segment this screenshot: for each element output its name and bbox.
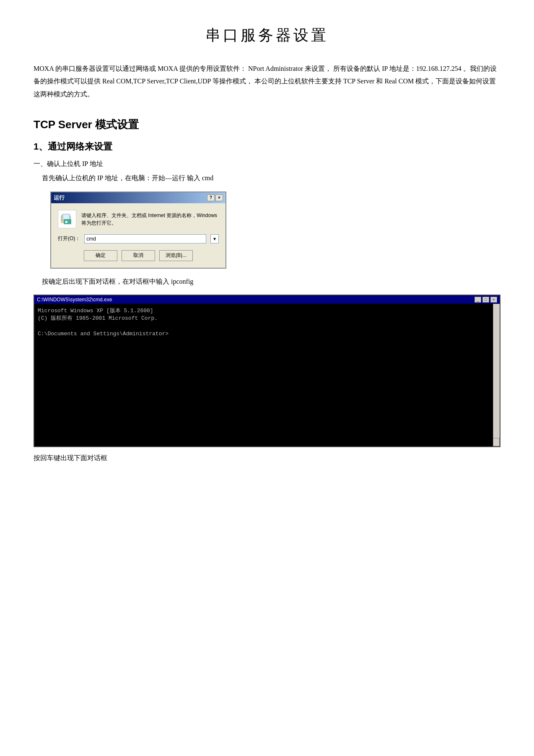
run-dialog-message: 请键入程序、文件夹、文档或 Internet 资源的名称，Windows 将为您… bbox=[81, 210, 219, 227]
cmd-line-4: C:\Documents and Settings\Administrator> bbox=[38, 330, 496, 338]
subsection1-title: 1、通过网络来设置 bbox=[34, 140, 500, 153]
run-dialog-label: 打开(O)： bbox=[58, 235, 80, 242]
page-title: 串口服务器设置 bbox=[34, 25, 500, 46]
run-dialog-message-row: ▶ 请键入程序、文件夹、文档或 Internet 资源的名称，Windows 将… bbox=[58, 210, 219, 228]
cmd-line-3 bbox=[38, 322, 496, 330]
step1-header: 一、确认上位机 IP 地址 bbox=[34, 160, 500, 168]
cmd-line-1: Microsoft Windows XP [版本 5.1.2600] bbox=[38, 307, 496, 315]
svg-text:▶: ▶ bbox=[65, 220, 68, 224]
run-dialog-ok-button[interactable]: 确定 bbox=[84, 250, 117, 261]
cmd-line-2: (C) 版权所有 1985-2001 Microsoft Corp. bbox=[38, 315, 496, 322]
intro-text: MOXA 的串口服务器设置可以通过网络或 MOXA 提供的专用设置软件： NPo… bbox=[34, 62, 500, 101]
cmd-scrollbar[interactable] bbox=[493, 304, 500, 446]
cmd-titlebar-buttons: _ □ × bbox=[474, 297, 497, 303]
cmd-window: C:\WINDOWS\system32\cmd.exe _ □ × Micros… bbox=[34, 295, 500, 447]
section1-title: TCP Server 模式设置 bbox=[34, 117, 500, 132]
cmd-scrollbar-thumb[interactable] bbox=[493, 438, 500, 446]
cmd-restore-button[interactable]: □ bbox=[482, 297, 489, 303]
run-dialog-browse-button[interactable]: 浏览(B)... bbox=[159, 250, 193, 261]
cmd-body: Microsoft Windows XP [版本 5.1.2600] (C) 版… bbox=[34, 304, 500, 446]
help-button[interactable]: ? bbox=[207, 194, 215, 201]
run-dialog: 运行 ? × ▶ 请键入程序、文件夹、文档或 Internet 资源的名称，Wi… bbox=[50, 192, 226, 269]
run-icon: ▶ bbox=[58, 210, 76, 228]
run-dialog-title: 运行 bbox=[54, 194, 65, 202]
run-dialog-input-row: 打开(O)： ▾ bbox=[58, 234, 219, 243]
run-dialog-input[interactable] bbox=[84, 234, 206, 243]
step1-text: 首先确认上位机的 IP 地址，在电脑：开始—运行 输入 cmd bbox=[42, 172, 500, 184]
footer-text: 按回车键出现下面对话框 bbox=[34, 454, 500, 463]
step2-text: 按确定后出现下面对话框，在对话框中输入 ipconfig bbox=[42, 275, 500, 288]
run-dialog-dropdown-arrow[interactable]: ▾ bbox=[210, 234, 219, 243]
run-dialog-cancel-button[interactable]: 取消 bbox=[122, 250, 155, 261]
cmd-close-button[interactable]: × bbox=[490, 297, 497, 303]
cmd-minimize-button[interactable]: _ bbox=[474, 297, 481, 303]
cmd-titlebar: C:\WINDOWS\system32\cmd.exe _ □ × bbox=[34, 295, 500, 304]
run-dialog-buttons: 确定 取消 浏览(B)... bbox=[58, 250, 219, 261]
titlebar-buttons: ? × bbox=[207, 194, 223, 201]
svg-rect-2 bbox=[63, 214, 70, 220]
run-dialog-body: ▶ 请键入程序、文件夹、文档或 Internet 资源的名称，Windows 将… bbox=[51, 203, 226, 268]
close-button[interactable]: × bbox=[215, 194, 223, 201]
cmd-title: C:\WINDOWS\system32\cmd.exe bbox=[37, 297, 112, 303]
run-dialog-titlebar: 运行 ? × bbox=[51, 192, 226, 203]
